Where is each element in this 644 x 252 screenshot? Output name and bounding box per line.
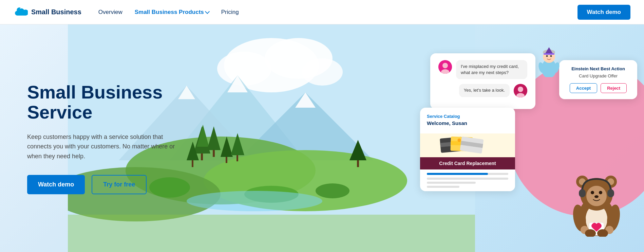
wizard-svg xyxy=(535,47,563,77)
nav-products[interactable]: Small Business Products xyxy=(135,9,209,16)
customer-avatar-img xyxy=(438,60,452,74)
progress-line-3 xyxy=(427,186,459,188)
einstein-action: Card Upgrade Offer xyxy=(566,73,630,78)
nav-watch-demo-button[interactable]: Watch demo xyxy=(577,5,630,20)
svg-rect-22 xyxy=(236,155,238,161)
progress-line-2 xyxy=(427,182,476,184)
svg-rect-67 xyxy=(579,189,586,197)
hero-content: Small Business Service Keep customers ha… xyxy=(0,62,204,215)
svg-point-65 xyxy=(599,191,602,194)
chat-message-2: Yes, let's take a look. xyxy=(459,84,510,97)
hero-buttons: Watch demo Try for free xyxy=(27,175,183,194)
svg-rect-20 xyxy=(226,157,227,163)
hero-watch-demo-button[interactable]: Watch demo xyxy=(27,175,85,194)
einstein-action-buttons: Accept Reject xyxy=(566,83,630,93)
chat-bubble-customer: I've misplaced my credit card, what are … xyxy=(438,60,527,79)
hero-mockups: I've misplaced my credit card, what are … xyxy=(413,40,644,237)
customer-avatar xyxy=(438,60,452,74)
navbar: Small Business Overview Small Business P… xyxy=(0,0,644,24)
progress-lines xyxy=(427,178,508,188)
progress-bar xyxy=(427,173,508,175)
chat-card: I've misplaced my credit card, what are … xyxy=(430,53,535,109)
hero-subtitle: Keep customers happy with a service solu… xyxy=(27,132,183,161)
logo-link[interactable]: Small Business xyxy=(14,7,81,17)
chat-bubble-agent: Yes, let's take a look. xyxy=(438,84,527,97)
hero-title: Small Business Service xyxy=(27,82,183,123)
wizard-character xyxy=(535,47,563,77)
einstein-title: Einstein Next Best Action xyxy=(566,66,630,71)
salesforce-cloud-icon xyxy=(14,7,28,17)
einstein-accept-button[interactable]: Accept xyxy=(570,83,597,93)
service-card-header: Service Catalog Welcome, Susan xyxy=(420,108,515,133)
svg-rect-68 xyxy=(607,189,614,197)
mascot-character xyxy=(569,169,624,230)
service-progress xyxy=(420,169,515,191)
svg-point-4 xyxy=(302,58,343,86)
chevron-down-icon xyxy=(205,9,210,14)
svg-rect-51 xyxy=(544,53,554,55)
nav-links: Overview Small Business Products Pricing xyxy=(98,9,577,16)
einstein-card: Einstein Next Best Action Card Upgrade O… xyxy=(559,60,637,99)
credit-cards-illustration xyxy=(420,133,515,157)
einstein-reject-button[interactable]: Reject xyxy=(601,83,627,93)
credit-card-replacement-button[interactable]: Credit Card Replacement xyxy=(420,157,515,169)
svg-point-3 xyxy=(217,52,271,86)
svg-point-30 xyxy=(187,191,322,211)
credit-cards-svg xyxy=(420,133,515,157)
svg-point-36 xyxy=(518,87,523,92)
hero-section: Small Business Service Keep customers ha… xyxy=(0,24,644,252)
svg-point-66 xyxy=(594,195,599,198)
agent-avatar-img xyxy=(514,84,527,97)
svg-point-52 xyxy=(546,55,548,57)
agent-avatar xyxy=(514,84,527,97)
hero-try-free-button[interactable]: Try for free xyxy=(92,175,147,194)
svg-point-29 xyxy=(316,183,349,198)
svg-point-64 xyxy=(591,191,594,194)
nav-pricing[interactable]: Pricing xyxy=(221,9,239,16)
brand-name: Small Business xyxy=(31,8,81,16)
svg-point-33 xyxy=(442,63,448,68)
service-catalog-label: Service Catalog xyxy=(427,114,508,119)
service-welcome-text: Welcome, Susan xyxy=(427,120,508,126)
chat-message-1: I've misplaced my credit card, what are … xyxy=(456,60,527,79)
service-catalog-card: Service Catalog Welcome, Susan xyxy=(420,108,515,191)
svg-rect-24 xyxy=(357,160,359,167)
svg-point-53 xyxy=(550,55,552,57)
progress-line-1 xyxy=(427,178,508,180)
progress-bar-fill xyxy=(427,173,488,175)
mascot-svg xyxy=(569,169,624,237)
svg-rect-18 xyxy=(213,150,215,157)
nav-overview[interactable]: Overview xyxy=(98,9,122,16)
